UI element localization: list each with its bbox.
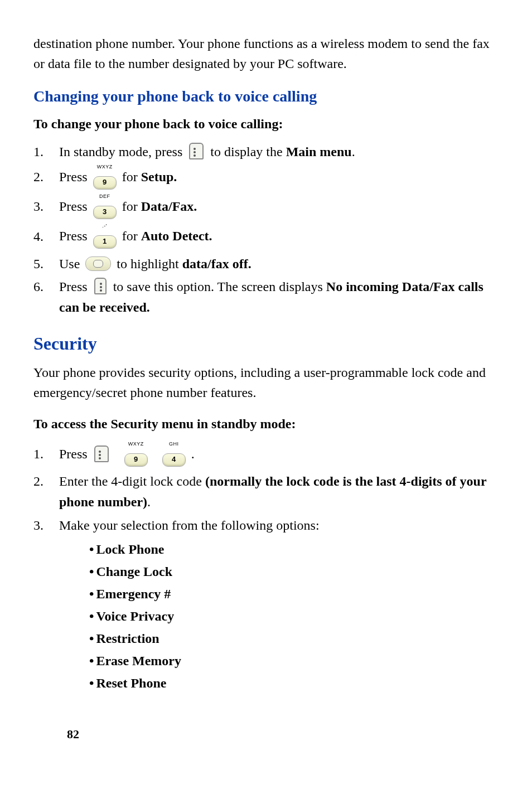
security-paragraph: Your phone provides security options, in… xyxy=(33,362,499,403)
intro-paragraph: destination phone number. Your phone fun… xyxy=(33,33,499,74)
key-4-icon: GHI 4 xyxy=(162,440,186,468)
text: Press xyxy=(59,199,91,214)
step-number: 2. xyxy=(33,471,59,491)
step-6: 6. Press to save this option. The screen… xyxy=(33,277,499,318)
step-number: 5. xyxy=(33,254,59,274)
bold-text: Setup. xyxy=(141,170,177,184)
key-9-icon: WXYZ 9 xyxy=(93,163,117,191)
key-label: 9 xyxy=(93,176,117,190)
steps-security: 1. Press WXYZ 9 GHI 4 . 2. Enter the 4-d… xyxy=(33,442,499,536)
step-body: Press to save this option. The screen di… xyxy=(59,277,499,318)
nav-key-icon xyxy=(85,256,111,271)
step-body: Press WXYZ 9 GHI 4 . xyxy=(59,442,499,469)
bold-text: Auto Detect. xyxy=(141,229,212,244)
heading-security: Security xyxy=(33,330,499,357)
text: Enter the 4-digit lock code xyxy=(59,474,205,488)
sec-step-2: 2. Enter the 4-digit lock code (normally… xyxy=(33,471,499,512)
step-5: 5. Use to highlight data/fax off. xyxy=(33,254,499,274)
key-3-icon: DEF 3 xyxy=(93,193,117,220)
key-label: 4 xyxy=(162,453,186,467)
menu-key-icon xyxy=(94,445,109,462)
step-2: 2. Press WXYZ 9 for Setup. xyxy=(33,164,499,192)
subheading-access-security: To access the Security menu in standby m… xyxy=(33,414,499,434)
step-body: Press DEF 3 for Data/Fax. xyxy=(59,194,499,221)
option-lock-phone: Lock Phone xyxy=(89,539,499,559)
option-reset-phone: Reset Phone xyxy=(89,673,499,693)
bold-text: Data/Fax. xyxy=(141,199,197,214)
text: for xyxy=(122,170,141,184)
option-voice-privacy: Voice Privacy xyxy=(89,606,499,626)
step-number: 6. xyxy=(33,277,59,297)
text: . xyxy=(191,447,195,461)
security-options-list: Lock Phone Change Lock Emergency # Voice… xyxy=(89,539,499,693)
step-number: 4. xyxy=(33,226,59,246)
text: . xyxy=(147,495,151,509)
text: . xyxy=(352,144,355,159)
text: Make your selection from the following o… xyxy=(59,518,320,532)
ok-key-icon xyxy=(94,278,107,294)
step-body: In standby mode, press to display the Ma… xyxy=(59,142,499,162)
step-number: 1. xyxy=(33,444,59,464)
key-superscript: .-' xyxy=(93,222,117,230)
step-body: Make your selection from the following o… xyxy=(59,515,499,536)
subheading-to-change: To change your phone back to voice calli… xyxy=(33,114,499,134)
text: for xyxy=(122,229,141,244)
step-4: 4. Press .-' 1 for Auto Detect. xyxy=(33,224,499,251)
step-body: Press WXYZ 9 for Setup. xyxy=(59,164,499,192)
key-superscript: WXYZ xyxy=(124,440,148,448)
option-restriction: Restriction xyxy=(89,628,499,648)
key-label: 3 xyxy=(93,206,117,219)
step-number: 3. xyxy=(33,515,59,535)
key-9-icon: WXYZ 9 xyxy=(124,440,148,468)
text: Press xyxy=(59,447,91,461)
text: Press xyxy=(59,170,91,184)
key-label: 9 xyxy=(124,453,148,467)
menu-key-icon xyxy=(189,143,204,159)
text: In standby mode, press xyxy=(59,144,186,159)
text: to save this option. The screen displays xyxy=(113,279,326,294)
text: to display the xyxy=(210,144,286,159)
page-number: 82 xyxy=(67,725,79,743)
step-number: 3. xyxy=(33,196,59,216)
key-label: 1 xyxy=(93,235,117,249)
steps-change: 1. In standby mode, press to display the… xyxy=(33,142,499,318)
text: Press xyxy=(59,229,91,244)
bold-text: Main menu xyxy=(286,144,352,159)
sec-step-3: 3. Make your selection from the followin… xyxy=(33,515,499,536)
heading-changing-back: Changing your phone back to voice callin… xyxy=(33,85,499,108)
sec-step-1: 1. Press WXYZ 9 GHI 4 . xyxy=(33,442,499,469)
step-body: Use to highlight data/fax off. xyxy=(59,254,499,274)
step-number: 2. xyxy=(33,167,59,187)
step-body: Press .-' 1 for Auto Detect. xyxy=(59,224,499,251)
text: Press xyxy=(59,279,91,294)
step-body: Enter the 4-digit lock code (normally th… xyxy=(59,471,499,512)
text: Use xyxy=(59,256,80,271)
text: for xyxy=(122,199,141,214)
step-number: 1. xyxy=(33,142,59,162)
key-1-icon: .-' 1 xyxy=(93,222,117,250)
option-change-lock: Change Lock xyxy=(89,561,499,582)
option-emergency: Emergency # xyxy=(89,584,499,604)
step-3: 3. Press DEF 3 for Data/Fax. xyxy=(33,194,499,221)
text: to highlight xyxy=(117,256,182,271)
bold-text: data/fax off. xyxy=(182,256,252,271)
key-superscript: WXYZ xyxy=(93,163,117,171)
option-erase-memory: Erase Memory xyxy=(89,651,499,671)
key-superscript: DEF xyxy=(93,193,117,201)
step-1: 1. In standby mode, press to display the… xyxy=(33,142,499,162)
key-superscript: GHI xyxy=(162,440,186,448)
